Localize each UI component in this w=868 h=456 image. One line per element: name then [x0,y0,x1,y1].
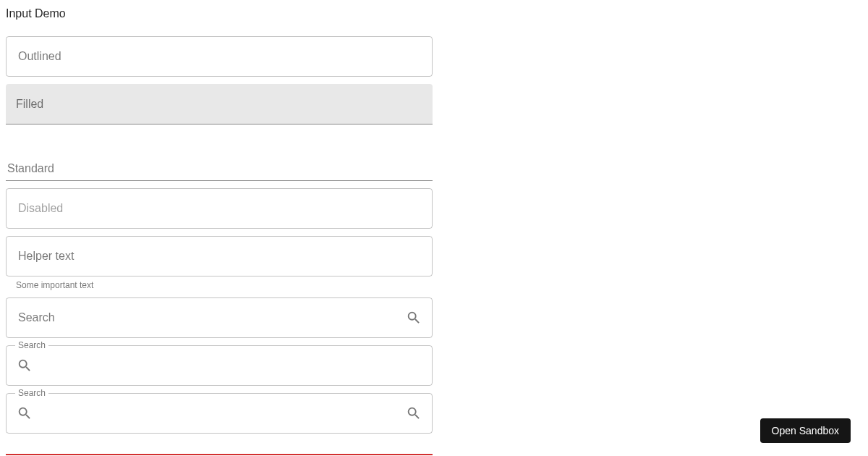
helper-input-wrapper[interactable] [6,236,433,276]
search-both-input[interactable] [38,406,406,421]
search-start-input[interactable] [38,358,422,373]
outlined-input-wrapper[interactable] [6,36,433,77]
helper-input[interactable] [17,249,422,263]
search-icon [17,358,33,373]
disabled-input [17,201,422,216]
search-start-label: Search [15,340,48,350]
standard-input[interactable] [6,161,433,176]
search-icon[interactable] [406,310,422,326]
search-end-input-wrapper[interactable] [6,297,433,338]
outlined-input[interactable] [17,49,422,64]
helper-text: Some important text [16,280,433,290]
error-input-underline [6,454,433,455]
search-both-label: Search [15,388,48,398]
filled-input[interactable] [14,97,424,111]
disabled-input-wrapper [6,188,433,229]
open-sandbox-button[interactable]: Open Sandbox [760,418,851,443]
page-title: Input Demo [6,7,862,20]
search-icon[interactable] [406,405,422,421]
standard-input-wrapper[interactable] [6,146,433,181]
search-both-input-wrapper[interactable]: Search [6,393,433,434]
search-end-input[interactable] [17,311,406,325]
filled-input-wrapper[interactable] [6,84,433,124]
search-icon [17,405,33,421]
search-start-input-wrapper[interactable]: Search [6,345,433,386]
